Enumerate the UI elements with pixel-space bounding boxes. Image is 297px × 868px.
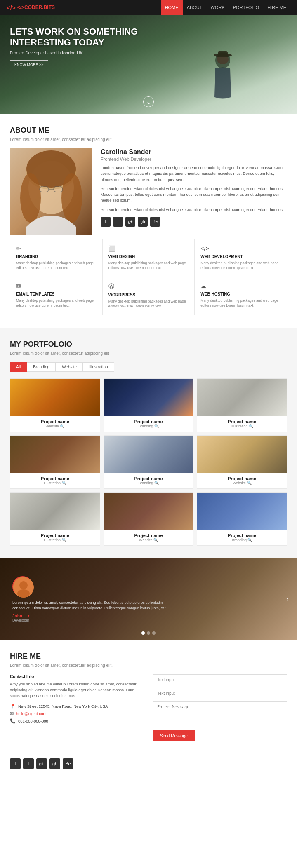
about-social: f t g+ gh Be: [101, 217, 287, 227]
portfolio-name-3: Project name: [200, 419, 283, 424]
send-message-button[interactable]: Send Message: [153, 730, 195, 741]
footer-github[interactable]: gh: [50, 758, 60, 769]
about-section: ABOUT ME Lorem ipsum dolor sit amet, con…: [0, 114, 297, 328]
service-wordpress: Ⓦ WORDPRESS Many desktop publishing pack…: [103, 277, 195, 315]
email-link[interactable]: hello@uigrid.com: [16, 711, 47, 716]
portfolio-item-4: Project name Illustration 🔍: [10, 435, 100, 489]
service-webdev-title: WEB DEVELOPMENT: [200, 254, 281, 259]
portfolio-item-7: Project name Illustration 🔍: [10, 492, 100, 546]
form-field-2[interactable]: [153, 688, 287, 699]
portfolio-cat-9: Branding 🔍: [200, 538, 283, 542]
social-googleplus[interactable]: g+: [125, 217, 135, 227]
service-webdesign-desc: Many desktop publishing packages and web…: [108, 261, 189, 271]
portfolio-subtitle: Lorem ipsum dolor sit amet, consectetur …: [10, 351, 287, 356]
webdesign-icon: ⬜: [108, 245, 189, 252]
portfolio-info-7: Project name Illustration 🔍: [10, 530, 100, 545]
service-email-title: EMAIL TEMPLATES: [16, 292, 97, 296]
service-branding-desc: Many desktop publishing packages and web…: [16, 261, 97, 271]
footer-googleplus[interactable]: g+: [36, 758, 47, 769]
footer-facebook[interactable]: f: [10, 758, 21, 769]
testimonial-dot-2[interactable]: [147, 631, 150, 635]
contact-form: Send Message: [153, 674, 287, 741]
social-github[interactable]: gh: [138, 217, 148, 227]
portfolio-name-4: Project name: [14, 476, 97, 481]
portfolio-cat-1: Website 🔍: [14, 424, 97, 428]
portfolio-cat-4: Illustration 🔍: [14, 481, 97, 485]
email-contact-icon: ✉: [10, 711, 14, 716]
testimonial-section: Lorem ipsum dolor sit amet, consectetur …: [0, 558, 297, 640]
service-hosting-title: WEB HOSTING: [200, 292, 281, 296]
portfolio-info-6: Project name Website 🔍: [197, 473, 287, 488]
testimonial-dot-3[interactable]: [152, 631, 156, 635]
form-message[interactable]: [153, 701, 287, 726]
testimonial-next-arrow[interactable]: ›: [286, 595, 289, 603]
logo-text: </>CODER.BITS: [17, 5, 55, 10]
portfolio-img-9: [197, 493, 287, 530]
portfolio-cat-5: Branding 🔍: [107, 481, 190, 485]
hero-subtitle: Fronted Developer based in london UK: [10, 51, 287, 55]
filter-branding[interactable]: Branding: [27, 362, 56, 372]
location-icon: 📍: [10, 704, 16, 709]
portfolio-info-1: Project name Website 🔍: [10, 416, 100, 432]
hero-chevron[interactable]: ⌄: [143, 96, 154, 107]
service-email: ✉ EMAIL TEMPLATES Many desktop publishin…: [10, 277, 102, 315]
wordpress-icon: Ⓦ: [108, 283, 189, 290]
portfolio-img-4: [10, 436, 100, 473]
filter-website[interactable]: Website: [56, 362, 83, 372]
svg-rect-3: [218, 51, 228, 56]
nav-work[interactable]: WORK: [207, 0, 229, 15]
portfolio-section: MY PORTFOLOIO Lorem ipsum dolor sit amet…: [0, 328, 297, 558]
filter-illustration[interactable]: Illustration: [83, 362, 114, 372]
about-title: ABOUT ME: [10, 126, 287, 135]
service-webdesign: ⬜ WEB DESIGN Many desktop publishing pac…: [103, 239, 195, 277]
footer-social: f t g+ gh Be: [0, 753, 297, 774]
portfolio-name-1: Project name: [14, 419, 97, 424]
portfolio-img-3: [197, 379, 287, 416]
social-behance[interactable]: Be: [150, 217, 160, 227]
portfolio-cat-7: Illustration 🔍: [14, 538, 97, 542]
portfolio-name-2: Project name: [107, 419, 190, 424]
portfolio-cat-6: Website 🔍: [200, 481, 283, 485]
portfolio-img-2: [104, 379, 193, 416]
testimonial-content: Lorem ipsum dolor sit amet, consectetur …: [12, 576, 285, 622]
about-role: Frontend Web Developer: [101, 157, 287, 162]
portfolio-name-7: Project name: [14, 533, 97, 538]
know-more-button[interactable]: KNOW MORE >>: [10, 60, 48, 69]
portfolio-img-8: [104, 493, 193, 530]
portfolio-info-4: Project name Illustration 🔍: [10, 473, 100, 488]
hire-subtitle: Lorem ipsum dolor sit amet, consectetuer…: [10, 663, 287, 668]
testimonial-role: Developer: [12, 618, 285, 622]
nav-links: Home ABOUT WORK PORTFOLIO HIRE ME: [161, 0, 290, 15]
portfolio-name-9: Project name: [200, 533, 283, 538]
social-twitter[interactable]: t: [113, 217, 123, 227]
portfolio-img-7: [10, 493, 100, 530]
hero-section: LETS WORK ON SOMETHING INTERESTING TODAY…: [0, 15, 297, 114]
service-branding: ✏ BRANDING Many desktop publishing packa…: [10, 239, 102, 277]
svg-point-9: [61, 173, 82, 223]
footer-behance[interactable]: Be: [63, 758, 73, 769]
social-facebook[interactable]: f: [101, 217, 111, 227]
nav-home[interactable]: Home: [161, 0, 183, 15]
form-field-1[interactable]: [153, 674, 287, 685]
filter-all[interactable]: All: [10, 362, 27, 372]
testimonial-dots: [141, 631, 156, 635]
nav-about[interactable]: ABOUT: [183, 0, 207, 15]
about-desc-1: London based frontend developer and desi…: [101, 165, 287, 183]
footer-twitter[interactable]: t: [23, 758, 34, 769]
portfolio-info-2: Project name Branding 🔍: [104, 416, 193, 432]
testimonial-dot-1[interactable]: [141, 631, 145, 635]
services-grid: ✏ BRANDING Many desktop publishing packa…: [10, 239, 287, 315]
portfolio-item-1: Project name Website 🔍: [10, 378, 100, 432]
contact-info-label: Contact Info: [10, 674, 144, 679]
portfolio-img-5: [104, 436, 193, 473]
about-subtitle: Lorem ipsum dolor sit amet, consectetuer…: [10, 137, 287, 142]
nav-portfolio[interactable]: PORTFOLIO: [229, 0, 263, 15]
testimonial-author: John.....r: [12, 614, 285, 618]
about-desc-2: Aenean imperdiet. Etiam ultricies nisi v…: [101, 186, 287, 204]
hero-heading: LETS WORK ON SOMETHING INTERESTING TODAY: [10, 26, 287, 48]
nav-hireme[interactable]: HIRE ME: [263, 0, 290, 15]
portfolio-name-8: Project name: [107, 533, 190, 538]
svg-point-14: [19, 581, 28, 589]
about-name: Carolina Sander: [101, 148, 287, 156]
phone-icon: 📞: [10, 718, 16, 724]
